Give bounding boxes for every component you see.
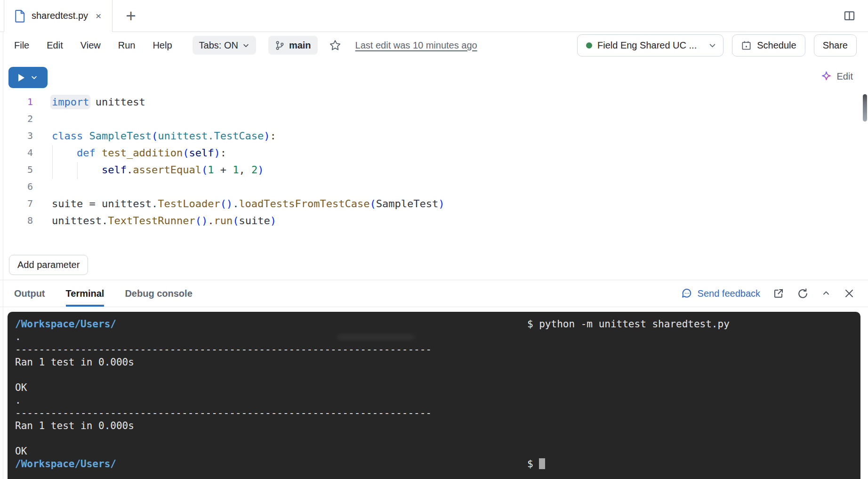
edit-label: Edit <box>837 71 853 82</box>
close-panel-icon[interactable] <box>844 288 855 299</box>
assistant-edit-link[interactable]: Edit <box>820 71 853 82</box>
code-editor[interactable]: 1import unittest2 3class SampleTest(unit… <box>0 93 868 249</box>
file-tab-label: sharedtest.py <box>32 10 88 21</box>
terminal-line: OK <box>15 382 853 394</box>
line-number: 4 <box>0 147 33 158</box>
open-external-icon[interactable] <box>773 288 784 299</box>
indent-guide <box>52 145 53 179</box>
menu-run[interactable]: Run <box>118 40 136 51</box>
schedule-label: Schedule <box>757 40 796 51</box>
code-line[interactable]: 3class SampleTest(unittest.TestCase): <box>0 127 868 144</box>
branch-selector[interactable]: main <box>268 36 318 55</box>
terminal-line: /Workspace/Users/$ <box>15 458 853 471</box>
code-line[interactable]: 4 def test_addition(self): <box>0 144 868 161</box>
tabs-toggle[interactable]: Tabs: ON <box>193 36 256 55</box>
terminal-line: . <box>15 331 853 343</box>
play-icon <box>18 74 24 81</box>
cluster-name: Field Eng Shared UC ... <box>597 40 697 51</box>
cluster-status-dot <box>586 42 592 49</box>
share-label: Share <box>823 40 848 51</box>
git-branch-icon <box>275 41 285 50</box>
favorite-star-icon[interactable] <box>329 39 341 51</box>
terminal-line: ----------------------------------------… <box>15 407 853 420</box>
terminal-line: . <box>15 394 853 407</box>
code-line[interactable]: 8unittest.TextTestRunner().run(suite) <box>0 212 868 229</box>
share-button[interactable]: Share <box>814 34 857 57</box>
code-line[interactable]: 6 <box>0 178 868 195</box>
run-button[interactable] <box>8 67 48 88</box>
collapse-panel-icon[interactable] <box>821 289 831 298</box>
feedback-bubble-icon <box>681 288 693 300</box>
line-number: 1 <box>0 96 33 107</box>
file-tab-strip: sharedtest.py × + <box>0 0 868 32</box>
tab-debug-console[interactable]: Debug console <box>125 280 192 307</box>
branch-name: main <box>289 40 311 51</box>
indent-guide <box>77 162 78 179</box>
line-number: 7 <box>0 198 33 209</box>
ai-sparkle-icon <box>820 71 832 82</box>
menu-file[interactable]: File <box>14 40 29 51</box>
schedule-button[interactable]: Schedule <box>732 34 805 57</box>
new-tab-button[interactable]: + <box>126 7 136 24</box>
terminal-line: /Workspace/Users/$ python -m unittest sh… <box>15 318 853 331</box>
file-tab-sharedtest[interactable]: sharedtest.py × <box>4 0 113 32</box>
line-number: 5 <box>0 164 33 175</box>
terminal-line: Ran 1 test in 0.000s <box>15 420 853 432</box>
split-view-icon[interactable] <box>843 9 856 22</box>
last-edit-link[interactable]: Last edit was 10 minutes ago <box>355 40 477 51</box>
menu-help[interactable]: Help <box>153 40 172 51</box>
line-number: 2 <box>0 113 33 124</box>
line-number: 6 <box>0 181 33 192</box>
terminal-line <box>15 369 853 382</box>
add-parameter-label: Add parameter <box>17 260 80 270</box>
terminal-cursor <box>539 458 545 469</box>
editor-scrollbar-thumb[interactable] <box>863 94 867 122</box>
terminal-lines: /Workspace/Users/$ python -m unittest sh… <box>15 318 853 471</box>
terminal-line: Ran 1 test in 0.000s <box>15 356 853 369</box>
redacted-text-smudge <box>337 334 415 340</box>
chevron-down-icon <box>242 42 249 49</box>
line-number: 3 <box>0 130 33 141</box>
file-document-icon <box>15 9 25 23</box>
send-feedback-link[interactable]: Send feedback <box>681 288 760 300</box>
tab-output[interactable]: Output <box>14 280 45 307</box>
terminal-line: OK <box>15 445 853 458</box>
output-panel-tabbar: Output Terminal Debug console Send feedb… <box>0 280 868 307</box>
send-feedback-label: Send feedback <box>698 288 760 299</box>
calendar-icon <box>741 40 752 51</box>
close-tab-icon[interactable]: × <box>94 10 103 22</box>
tabs-toggle-label: Tabs: ON <box>199 40 238 51</box>
panel-actions: Send feedback <box>681 280 855 307</box>
tab-terminal[interactable]: Terminal <box>66 280 104 307</box>
terminal-line <box>15 432 853 445</box>
menu-view[interactable]: View <box>80 40 101 51</box>
chevron-down-icon <box>708 41 716 49</box>
menu-bar: File Edit View Run Help Tabs: ON main La… <box>0 32 868 58</box>
add-parameter-button[interactable]: Add parameter <box>9 255 88 275</box>
refresh-icon[interactable] <box>797 288 809 300</box>
code-line[interactable]: 1import unittest <box>0 93 868 110</box>
pane-left-divider <box>3 29 3 479</box>
line-number: 8 <box>0 215 33 226</box>
cluster-selector[interactable]: Field Eng Shared UC ... <box>577 34 723 57</box>
terminal-line: ----------------------------------------… <box>15 343 853 356</box>
terminal-panel[interactable]: /Workspace/Users/$ python -m unittest sh… <box>8 312 860 479</box>
code-line[interactable]: 2 <box>0 110 868 127</box>
menu-edit[interactable]: Edit <box>47 40 63 51</box>
code-lines: 1import unittest2 3class SampleTest(unit… <box>0 93 868 229</box>
chevron-down-icon <box>31 74 38 81</box>
header-actions: Field Eng Shared UC ... Schedule Share <box>577 34 857 57</box>
code-line[interactable]: 7suite = unittest.TestLoader().loadTests… <box>0 195 868 212</box>
code-line[interactable]: 5 self.assertEqual(1 + 1, 2) <box>0 161 868 178</box>
